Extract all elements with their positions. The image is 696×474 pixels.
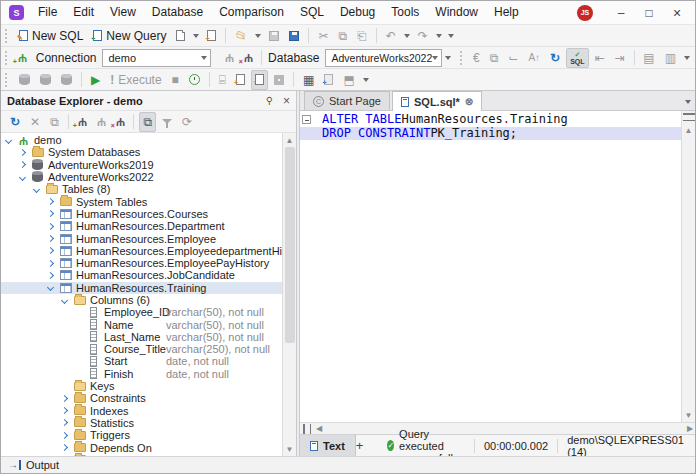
tree-item-humanresources-department[interactable]: HumanResources.Department: [1, 220, 282, 232]
menu-item-database[interactable]: Database: [144, 1, 211, 24]
new-document-button[interactable]: [172, 26, 189, 46]
copy-button[interactable]: ⧉: [334, 26, 351, 46]
indent-increase-button[interactable]: ⇥: [611, 48, 629, 68]
editor-hscrollbar[interactable]: ◀ ▶: [300, 422, 695, 434]
tree-item-employee-id[interactable]: Employee_IDvarchar(50), not null: [1, 306, 282, 318]
expander-icon[interactable]: [47, 210, 54, 217]
tab-list-caret-icon[interactable]: [685, 100, 691, 104]
db-sync-button[interactable]: [36, 70, 55, 90]
close-button[interactable]: ×: [663, 2, 691, 24]
stop-button[interactable]: ■: [168, 70, 183, 90]
expander-icon[interactable]: [19, 149, 26, 156]
scroll-down-icon[interactable]: ▼: [682, 408, 696, 422]
new-window-button[interactable]: +: [203, 26, 220, 46]
expander-icon[interactable]: [61, 444, 68, 451]
scroll-up-icon[interactable]: ▲: [682, 123, 696, 137]
menu-item-debug[interactable]: Debug: [332, 1, 383, 24]
tree-item-start[interactable]: Startdate, not null: [1, 355, 282, 367]
explorer-delete-button[interactable]: ✕: [26, 112, 44, 132]
save-button[interactable]: [265, 26, 283, 46]
maximize-button[interactable]: □: [635, 2, 663, 24]
pin-panel-icon[interactable]: ⚲︎: [266, 95, 273, 106]
code-line[interactable]: DROP CONSTRAINT PK_Training;: [300, 127, 681, 141]
explorer-new-connection-button[interactable]: Ψ+: [74, 112, 91, 132]
save-all-button[interactable]: [285, 26, 303, 46]
redo-dropdown-icon[interactable]: [436, 34, 442, 38]
history-button[interactable]: [185, 70, 204, 90]
open-file-dropdown-icon[interactable]: [255, 34, 261, 38]
expander-icon[interactable]: [47, 272, 54, 279]
expander-icon[interactable]: [61, 395, 68, 402]
explorer-refresh-object-button[interactable]: ⟳: [178, 112, 196, 132]
tree-item-name[interactable]: Namevarchar(50), not null: [1, 318, 282, 330]
tree-item-humanresources-courses[interactable]: HumanResources.Courses: [1, 208, 282, 220]
tree-item-demo[interactable]: Ψdemo: [1, 134, 282, 146]
menu-item-sql[interactable]: SQL: [292, 1, 332, 24]
results-image-button[interactable]: ▦: [299, 70, 318, 90]
explorer-connect-button[interactable]: Ψ: [93, 112, 110, 132]
expander-icon[interactable]: [47, 223, 54, 230]
expander-icon[interactable]: [47, 198, 54, 205]
cut-button[interactable]: ✂: [314, 26, 332, 46]
connection-combobox[interactable]: demo: [102, 49, 210, 67]
sql-editor[interactable]: ALTER TABLE HumanResources.TrainingDROP …: [300, 111, 681, 422]
explorer-refresh-button[interactable]: ↻: [6, 112, 24, 132]
toolbar-grip[interactable]: [5, 29, 10, 43]
tree-item-adventureworks2019[interactable]: AdventureWorks2019: [1, 159, 282, 171]
new-document-dropdown-icon[interactable]: [193, 34, 199, 38]
connect-button[interactable]: Ψ: [221, 48, 238, 68]
expander-icon[interactable]: [5, 137, 12, 144]
expander-icon[interactable]: [61, 296, 68, 303]
toolbar-overflow-icon[interactable]: [684, 56, 690, 60]
expander-icon[interactable]: [47, 235, 54, 242]
disconnect-button[interactable]: Ψ×: [240, 48, 257, 68]
database-combobox[interactable]: AdventureWorks2022: [325, 49, 442, 67]
refresh-code-button[interactable]: ↻: [546, 48, 564, 68]
expander-icon[interactable]: [19, 173, 26, 180]
new-connection-button[interactable]: Ψ+: [14, 48, 31, 68]
tree-item-constraints[interactable]: Constraints: [1, 392, 282, 404]
paste-button[interactable]: ⎗: [353, 26, 371, 46]
toolbar-grip[interactable]: [5, 51, 9, 65]
tree-item-humanresources-employee[interactable]: HumanResources.Employee: [1, 232, 282, 244]
output-tab[interactable]: Output: [26, 459, 59, 471]
tree-item-humanresources-training[interactable]: HumanResources.Training: [1, 282, 282, 294]
tree-item-keys[interactable]: Keys: [1, 380, 282, 392]
split-editor-handle[interactable]: [683, 113, 695, 121]
tree-item-system-tables[interactable]: System Tables: [1, 195, 282, 207]
tree-item-humanresources-employeepayhistory[interactable]: HumanResources.EmployeePayHistory: [1, 257, 282, 269]
split-editor-handle[interactable]: [303, 424, 311, 434]
database-combo-caret-icon[interactable]: [432, 56, 438, 60]
expander-icon[interactable]: [47, 260, 54, 267]
execute-button[interactable]: ! Execute: [106, 70, 165, 90]
expander-icon[interactable]: [47, 284, 54, 291]
menu-item-edit[interactable]: Edit: [65, 1, 102, 24]
run-button[interactable]: ▶: [87, 70, 104, 90]
new-sql-button[interactable]: ✎ New SQL: [15, 26, 87, 46]
minimize-button[interactable]: –: [607, 2, 635, 24]
expander-icon[interactable]: [33, 186, 40, 193]
toolbar-grip[interactable]: [5, 73, 10, 87]
explorer-disconnect-button[interactable]: Ψ×: [112, 112, 129, 132]
query-profiler-button[interactable]: ⌸: [215, 70, 230, 90]
tree-item-adventureworks2022[interactable]: AdventureWorks2022: [1, 171, 282, 183]
text-view-tab[interactable]: Text: [300, 435, 356, 457]
scroll-up-icon[interactable]: ▲: [283, 133, 297, 147]
menu-item-tools[interactable]: Tools: [383, 1, 427, 24]
close-panel-icon[interactable]: ×: [283, 94, 290, 108]
menu-item-file[interactable]: File: [30, 1, 65, 24]
change-case-button[interactable]: A↑: [524, 48, 544, 68]
layout-button[interactable]: [270, 70, 288, 90]
undo-dropdown-icon[interactable]: [404, 34, 410, 38]
tab-start-page[interactable]: CStart Page: [304, 91, 390, 110]
pin-document-button[interactable]: ↑: [251, 70, 268, 90]
fold-collapse-icon[interactable]: [300, 115, 313, 124]
tree-item-triggers[interactable]: Triggers: [1, 429, 282, 441]
redo-button[interactable]: ↷: [414, 26, 432, 46]
db-edit-button[interactable]: [57, 70, 76, 90]
toolbar-overflow-icon[interactable]: [448, 34, 454, 38]
toolbar-grip[interactable]: [460, 51, 464, 65]
tree-item-tables-8-[interactable]: Tables (8): [1, 183, 282, 195]
tree-item-columns-6-[interactable]: Columns (6): [1, 294, 282, 306]
scrollbar-thumb[interactable]: [285, 147, 295, 343]
